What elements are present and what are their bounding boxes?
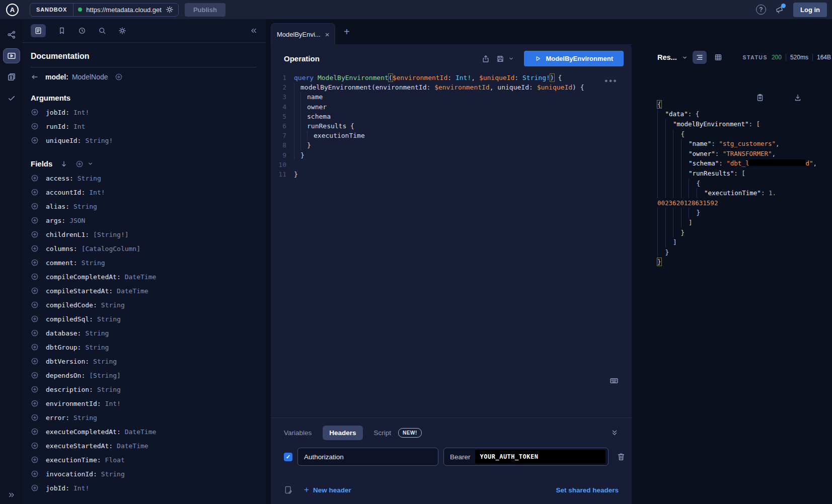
add-to-query-icon[interactable] — [31, 315, 39, 323]
code-line[interactable]: 1query ModelByEnvironment($environmentId… — [271, 73, 632, 82]
add-to-query-icon[interactable] — [31, 108, 39, 116]
collapse-section-icon[interactable] — [611, 429, 619, 437]
sort-down-icon[interactable] — [60, 160, 68, 168]
code-line[interactable]: 10 — [271, 160, 632, 170]
field-type-link[interactable]: Int! — [73, 109, 89, 116]
chevron-down-icon[interactable] — [87, 160, 94, 167]
header-key-input[interactable]: Authorization — [297, 448, 438, 466]
field-type-link[interactable]: String — [101, 470, 125, 478]
field-type-link[interactable]: DateTime — [117, 442, 148, 450]
add-to-query-icon[interactable] — [31, 470, 39, 478]
add-to-query-icon[interactable] — [31, 230, 39, 238]
field-type-link[interactable]: DateTime — [125, 273, 157, 281]
apollo-logo[interactable]: A — [6, 4, 19, 16]
query-editor[interactable]: 1query ModelByEnvironment($environmentId… — [271, 73, 632, 179]
field-type-link[interactable]: String — [97, 315, 121, 323]
add-to-query-icon[interactable] — [31, 413, 39, 422]
field-type-link[interactable]: Int! — [105, 400, 121, 407]
copy-response-icon[interactable] — [756, 74, 786, 121]
add-to-query-icon[interactable] — [31, 399, 39, 407]
add-field-icon[interactable] — [115, 73, 123, 81]
add-to-query-icon[interactable] — [31, 202, 39, 210]
login-button[interactable]: Log in — [793, 3, 827, 17]
add-to-query-icon[interactable] — [31, 216, 39, 224]
announcements-icon[interactable] — [775, 5, 784, 14]
settings-icon[interactable] — [118, 27, 126, 35]
response-dropdown[interactable]: Res... — [657, 53, 677, 61]
field-type-link[interactable]: String — [78, 175, 101, 182]
add-to-query-icon[interactable] — [31, 371, 39, 379]
help-icon[interactable]: ? — [756, 5, 766, 15]
save-icon[interactable] — [496, 55, 504, 63]
add-to-query-icon[interactable] — [31, 357, 39, 365]
field-type-link[interactable]: DateTime — [125, 428, 157, 436]
bookmark-icon[interactable] — [58, 27, 66, 35]
code-line[interactable]: 7executionTime — [271, 131, 632, 140]
field-type-link[interactable]: [String] — [89, 372, 121, 379]
tab-script[interactable]: Script — [374, 429, 392, 437]
field-type-link[interactable]: String — [82, 259, 105, 267]
add-to-query-icon[interactable] — [31, 174, 39, 182]
expand-rail-icon[interactable] — [0, 491, 23, 499]
code-line[interactable]: 9} — [271, 150, 632, 160]
field-type-link[interactable]: String — [97, 386, 121, 393]
checks-icon[interactable] — [3, 91, 20, 106]
search-icon[interactable] — [98, 27, 106, 35]
operation-tab[interactable]: ModelByEnvi... × — [271, 23, 335, 45]
field-type-link[interactable]: Int! — [89, 189, 105, 196]
tab-headers[interactable]: Headers — [323, 426, 362, 440]
add-to-query-icon[interactable] — [31, 329, 39, 337]
add-to-query-icon[interactable] — [31, 456, 39, 464]
field-type-link[interactable]: String — [73, 203, 97, 210]
field-type-link[interactable]: JSON — [69, 217, 85, 224]
endpoint-settings-icon[interactable] — [166, 6, 174, 14]
field-type-link[interactable]: String — [73, 414, 97, 422]
add-to-query-icon[interactable] — [31, 136, 39, 144]
code-line[interactable]: 2modelByEnvironment(environmentId: $envi… — [271, 82, 632, 92]
field-type-link[interactable]: [String!] — [93, 231, 128, 238]
run-operation-button[interactable]: ModelByEnvironment — [524, 51, 624, 66]
endpoint-url-input[interactable]: https://metadata.cloud.get — [86, 6, 162, 14]
code-line[interactable]: 6runResults { — [271, 121, 632, 131]
field-type-link[interactable]: String — [85, 329, 109, 337]
raw-view-icon[interactable] — [693, 51, 707, 64]
explorer-icon[interactable] — [3, 48, 20, 63]
keyboard-shortcuts-icon[interactable] — [610, 376, 619, 385]
field-type-link[interactable]: Float — [105, 456, 125, 464]
close-tab-icon[interactable]: × — [325, 31, 330, 38]
field-type-link[interactable]: String — [85, 344, 109, 351]
field-type-link[interactable]: Int — [73, 123, 85, 130]
add-to-query-icon[interactable] — [31, 301, 39, 309]
add-to-query-icon[interactable] — [31, 259, 39, 267]
add-to-query-icon[interactable] — [31, 343, 39, 351]
documentation-tab-icon[interactable] — [31, 24, 46, 37]
code-line[interactable]: 3name — [271, 92, 632, 102]
add-to-query-icon[interactable] — [31, 442, 39, 450]
add-to-query-icon[interactable] — [31, 385, 39, 393]
code-line[interactable]: 5schema — [271, 112, 632, 121]
add-to-query-icon[interactable] — [31, 244, 39, 253]
field-type-link[interactable]: String — [101, 301, 125, 309]
share-icon[interactable] — [482, 55, 490, 63]
new-header-button[interactable]: + New header — [304, 485, 351, 495]
field-type-link[interactable]: DateTime — [117, 287, 148, 295]
operation-collection-icon[interactable] — [3, 69, 20, 85]
save-menu-chevron-icon[interactable] — [508, 55, 514, 62]
add-to-query-icon[interactable] — [31, 273, 39, 281]
publish-button[interactable]: Publish — [185, 3, 225, 17]
breadcrumb-type-link[interactable]: ModelNode — [72, 73, 108, 81]
add-to-query-icon[interactable] — [31, 428, 39, 436]
code-line[interactable]: 8} — [271, 140, 632, 150]
header-preset-icon[interactable] — [284, 485, 293, 494]
set-shared-headers-link[interactable]: Set shared headers — [556, 486, 619, 494]
operation-menu-icon[interactable]: ●●● — [604, 77, 618, 83]
history-icon[interactable] — [78, 27, 86, 35]
download-response-icon[interactable] — [794, 74, 824, 121]
collapse-panel-icon[interactable] — [250, 27, 258, 35]
add-all-fields-icon[interactable] — [75, 160, 84, 168]
sandbox-badge[interactable]: SANDBOX — [30, 4, 73, 16]
add-to-query-icon[interactable] — [31, 287, 39, 295]
back-arrow-icon[interactable] — [31, 73, 39, 81]
new-tab-button[interactable]: + — [344, 27, 350, 37]
code-line[interactable]: 4owner — [271, 102, 632, 112]
